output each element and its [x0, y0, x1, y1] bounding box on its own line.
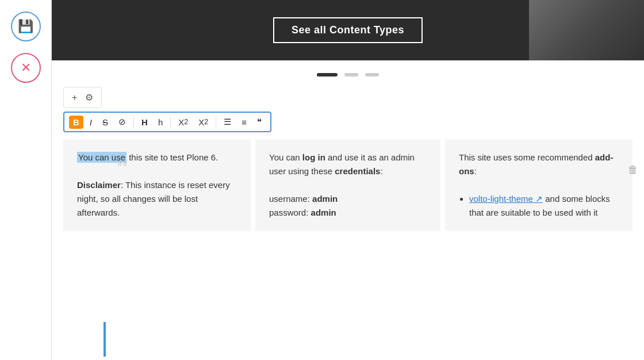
column-3-intro: This site uses some recommended add-ons:	[459, 151, 619, 178]
settings-button[interactable]: ⚙	[85, 92, 93, 103]
bold-button[interactable]: B	[69, 116, 83, 129]
cancel-icon: ✕	[21, 60, 31, 75]
save-button[interactable]: 💾	[11, 12, 41, 41]
format-toolbar: B I S ⊘ H h X2 X2 ☰ ≡ ❝	[63, 112, 271, 132]
superscript-button[interactable]: X2	[194, 116, 212, 129]
toolbar-divider-1	[133, 116, 134, 128]
column-2-intro: You can log in and use it as an admin us…	[269, 151, 427, 178]
blockquote-button[interactable]: ❝	[253, 115, 266, 129]
delete-block-button[interactable]: 🗑	[628, 164, 638, 176]
see-all-content-types-button[interactable]: See all Content Types	[273, 17, 423, 43]
main-content: See all Content Types + ⚙ B I S ⊘ H h X2…	[52, 0, 644, 360]
block-toolbar: + ⚙	[63, 87, 102, 108]
blockquote-icon: ❝	[257, 117, 262, 127]
italic-button[interactable]: I	[86, 116, 96, 129]
hero-section: See all Content Types	[52, 0, 644, 60]
unordered-list-icon: ☰	[224, 117, 231, 127]
add-block-button[interactable]: +	[72, 93, 77, 103]
column-3: This site uses some recommended add-ons:…	[443, 137, 632, 233]
link-button[interactable]: ⊘	[114, 115, 130, 129]
column-1: You can use this site to test Plone 6. D…	[63, 137, 253, 233]
accent-line	[103, 322, 106, 357]
toolbar-area: + ⚙ B I S ⊘ H h X2 X2 ☰ ≡ ❝	[52, 87, 644, 137]
column-3-list: volto-light-theme ↗ and some blocks that…	[469, 192, 619, 220]
column-2: You can log in and use it as an admin us…	[253, 137, 443, 233]
dot-2[interactable]	[344, 73, 358, 76]
toolbar-divider-2	[170, 116, 171, 128]
heading2-button[interactable]: h	[154, 116, 167, 129]
hero-background	[529, 0, 644, 60]
unordered-list-button[interactable]: ☰	[220, 115, 235, 129]
heading1-button[interactable]: H	[137, 116, 152, 129]
subscript-button[interactable]: X2	[174, 116, 192, 129]
save-icon: 💾	[18, 19, 33, 34]
drag-handle[interactable]: ⠿⠿	[117, 160, 128, 168]
column-2-credentials: username: admin password: admin	[269, 192, 427, 220]
volto-light-theme-link[interactable]: volto-light-theme ↗	[469, 194, 543, 204]
toolbar-divider-3	[216, 116, 216, 128]
sidebar: 💾 ✕	[0, 0, 52, 360]
ordered-list-icon: ≡	[241, 117, 247, 127]
column-1-disclaimer: Disclaimer: This instance is reset every…	[77, 178, 237, 220]
column-1-intro: You can use this site to test Plone 6.	[77, 151, 237, 164]
dot-1[interactable]	[317, 73, 338, 76]
strikethrough-button[interactable]: S	[98, 116, 112, 129]
cancel-button[interactable]: ✕	[11, 53, 41, 83]
ordered-list-button[interactable]: ≡	[237, 116, 251, 129]
addon-list-item: volto-light-theme ↗ and some blocks that…	[469, 192, 619, 220]
carousel-dots	[52, 60, 644, 87]
dot-3[interactable]	[365, 73, 379, 76]
columns-grid: You can use this site to test Plone 6. D…	[52, 137, 644, 233]
link-icon: ⊘	[118, 117, 126, 127]
